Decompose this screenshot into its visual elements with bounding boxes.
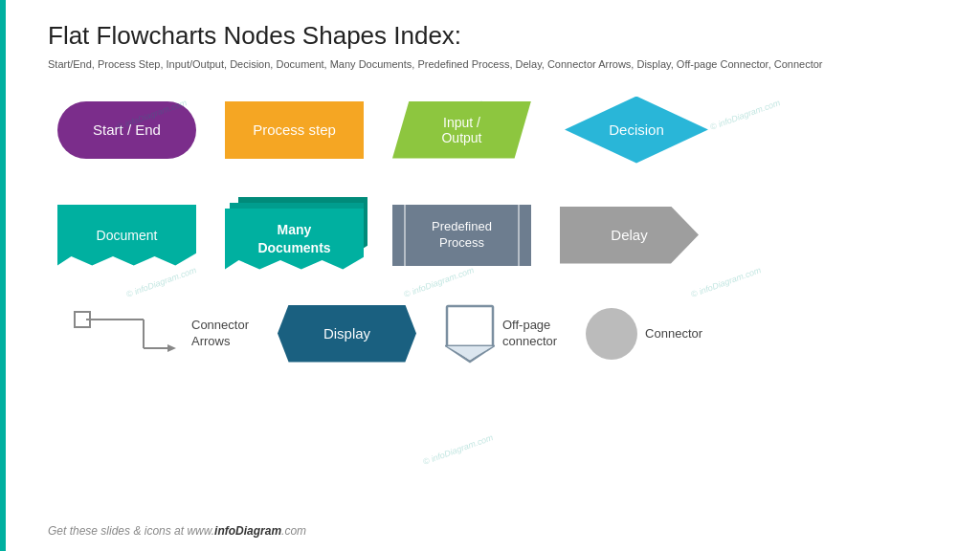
row-2: Document Many Documents Predefined Proce… — [57, 197, 942, 274]
shape-process-step: Process step — [225, 101, 364, 159]
footer: Get these slides & icons at www.infoDiag… — [48, 524, 306, 538]
shape-many-documents: Many Documents — [225, 197, 364, 274]
shape-display: Display — [278, 305, 416, 363]
off-page-connector-icon — [445, 304, 495, 364]
connector-arrows-group: Connector Arrows — [57, 300, 249, 367]
shape-delay: Delay — [560, 207, 699, 264]
connector-arrows-label: Connector Arrows — [191, 318, 249, 350]
page-subtitle: Start/End, Process Step, Input/Output, D… — [48, 56, 942, 73]
row-1: Start / End Process step Input / Output … — [57, 92, 942, 168]
connector-group: Connector — [586, 308, 702, 360]
connector-icon — [586, 308, 637, 360]
shape-input-output: Input / Output — [392, 101, 531, 159]
connector-label: Connector — [645, 326, 702, 341]
row-3: Connector Arrows Display Off-page connec… — [57, 300, 942, 367]
off-page-connector-label: Off-page connector — [502, 318, 557, 350]
shape-many-doc-front: Many Documents — [225, 209, 364, 270]
left-accent — [0, 0, 6, 551]
shape-decision-label: Decision — [560, 121, 713, 138]
watermark-7: © infoDiagram.com — [422, 432, 495, 467]
shape-start-end: Start / End — [57, 101, 196, 159]
page-title: Flat Flowcharts Nodes Shapes Index: — [48, 21, 942, 51]
svg-marker-3 — [167, 344, 176, 352]
shape-predefined-process: Predefined Process — [392, 205, 531, 266]
svg-rect-5 — [447, 306, 493, 346]
shape-document: Document — [57, 205, 196, 266]
svg-marker-7 — [447, 346, 493, 360]
shape-decision-wrap: Decision — [560, 92, 713, 168]
off-page-connector-group: Off-page connector — [445, 304, 557, 364]
connector-arrows-icon — [57, 300, 182, 367]
